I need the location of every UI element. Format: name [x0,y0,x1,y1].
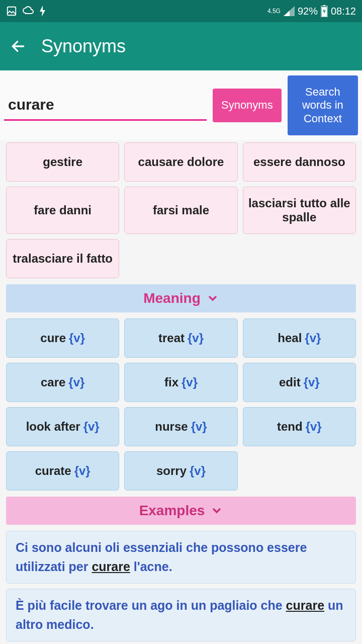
image-icon [6,6,17,17]
word-chip[interactable]: farsi male [124,187,237,234]
page-title: Synonyms [41,36,126,57]
status-bar: 4.5G 92% 08:12 [0,0,362,22]
word-chip[interactable]: causare dolore [124,142,237,182]
meaning-header[interactable]: Meaning [6,284,356,312]
synonyms-button[interactable]: Synonyms [213,89,282,122]
app-bar: Synonyms [0,22,362,70]
chevron-down-icon [211,505,223,517]
search-row: Synonyms Search words in Context [0,70,362,140]
signal-icon [284,6,295,16]
chevron-down-icon [207,292,219,304]
meaning-chip[interactable]: look after{v} [6,407,119,446]
battery-percent: 92% [298,6,318,17]
meaning-chip[interactable]: nurse{v} [124,407,237,446]
meaning-chip[interactable]: treat{v} [124,318,237,358]
example-sentence[interactable]: È più facile trovare un ago in un paglia… [6,589,356,641]
network-label: 4.5G [267,8,281,15]
meanings-grid: cure{v} treat{v} heal{v} care{v} fix{v} … [6,318,356,491]
context-button[interactable]: Search words in Context [288,75,358,135]
examples-label: Examples [139,503,205,519]
meaning-chip[interactable]: tend{v} [243,407,356,446]
clock-time: 08:12 [331,6,356,17]
bolt-icon [39,6,46,17]
battery-icon [321,5,328,17]
status-right: 4.5G 92% 08:12 [267,5,356,17]
status-left [6,6,46,17]
meaning-chip[interactable]: sorry{v} [124,451,237,491]
antonyms-grid: gestire causare dolore essere dannoso fa… [6,142,356,278]
word-chip[interactable]: tralasciare il fatto [6,239,119,278]
meaning-chip[interactable]: heal{v} [243,318,356,358]
word-chip[interactable]: fare danni [6,187,119,234]
word-chip[interactable]: lasciarsi tutto alle spalle [243,187,356,234]
meaning-label: Meaning [143,290,201,306]
meaning-chip[interactable]: care{v} [6,363,119,402]
svg-rect-0 [8,7,16,16]
word-chip[interactable]: gestire [6,142,119,182]
meaning-chip[interactable]: curate{v} [6,451,119,491]
back-arrow-icon[interactable] [10,38,26,54]
example-sentence[interactable]: Ci sono alcuni oli essenziali che posson… [6,531,356,584]
meaning-chip[interactable]: fix{v} [124,363,237,402]
main-content: gestire causare dolore essere dannoso fa… [0,140,362,644]
examples-header[interactable]: Examples [6,497,356,525]
search-input[interactable] [4,90,207,121]
cloud-icon [22,6,34,16]
meaning-chip[interactable]: cure{v} [6,318,119,358]
meaning-chip[interactable]: edit{v} [243,363,356,402]
word-chip[interactable]: essere dannoso [243,142,356,182]
